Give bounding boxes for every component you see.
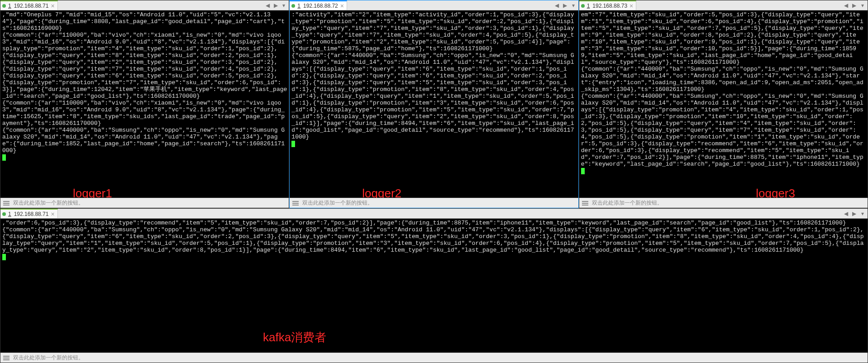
footer-bar[interactable]: 双击此处添加一个新的按钮。: [0, 353, 868, 363]
close-icon[interactable]: ×: [630, 3, 633, 9]
terminal-output[interactable]: :"activity","item":"2","item_type":"acti…: [290, 10, 578, 198]
footer-bar[interactable]: 双击此处添加一个新的按钮。: [290, 198, 578, 208]
next-tab-icon[interactable]: ▶: [850, 210, 858, 217]
hamburger-icon[interactable]: [292, 201, 299, 205]
prev-tab-icon[interactable]: ◀: [553, 2, 561, 9]
tabbar: 1 192.168.88.71 × ◀ ▶ ▾: [0, 0, 289, 10]
status-dot-icon: [581, 4, 585, 8]
pane-label: kafka消费者: [263, 334, 326, 341]
pane-logger2: 1 192.168.88.72 × ◀ ▶ ▾ :"activity","ite…: [289, 0, 578, 208]
hamburger-icon[interactable]: [3, 201, 10, 205]
close-icon[interactable]: ×: [51, 3, 54, 9]
tab-title: 192.168.88.73: [592, 3, 627, 9]
footer-bar[interactable]: 双击此处添加一个新的按钮。: [579, 198, 868, 208]
tabbar: 1 192.168.88.72 × ◀ ▶ ▾: [290, 0, 578, 10]
next-tab-icon[interactable]: ▶: [850, 2, 858, 9]
terminal-output[interactable]: ,"order":6,"pos_id":3},{"display_type":"…: [0, 219, 868, 353]
tabbar: 1 192.168.88.73 × ◀ ▶ ▾: [579, 0, 868, 10]
pane-label: logger1: [73, 190, 112, 197]
tab-menu-icon[interactable]: ▾: [280, 2, 288, 9]
cursor-icon: [581, 168, 585, 174]
status-dot-icon: [2, 212, 6, 216]
cursor-icon: [291, 141, 295, 147]
tab-title: 192.168.88.71: [14, 3, 49, 9]
pane-label: logger2: [362, 190, 401, 197]
terminal-output[interactable]: ,"md":"Oneplus 7","mid":"mid_15","os":"A…: [0, 10, 289, 198]
close-icon[interactable]: ×: [340, 3, 344, 9]
pane-logger3: 1 192.168.88.73 × ◀ ▶ ▾ em":"7","item_ty…: [579, 0, 868, 208]
footer-bar[interactable]: 双击此处添加一个新的按钮。: [0, 198, 289, 208]
terminal-output[interactable]: em":"7","item_type":"sku_id","order":5,"…: [579, 10, 868, 198]
tab-menu-icon[interactable]: ▾: [858, 2, 867, 9]
cursor-icon: [2, 154, 6, 161]
tab-menu-icon[interactable]: ▾: [569, 2, 577, 9]
tabbar: 1 192.168.88.71 × ◀ ▶ ▾: [0, 209, 868, 219]
cursor-icon: [2, 254, 6, 260]
footer-hint: 双击此处添加一个新的按钮。: [13, 354, 84, 362]
terminal-text: ,"md":"Oneplus 7","mid":"mid_15","os":"A…: [2, 11, 287, 154]
tab-host[interactable]: 1 192.168.88.71 ×: [0, 209, 58, 218]
prev-tab-icon[interactable]: ◀: [842, 2, 850, 9]
next-tab-icon[interactable]: ▶: [272, 2, 280, 9]
tab-index: 1: [297, 3, 300, 9]
tab-title: 192.168.88.71: [14, 211, 49, 217]
next-tab-icon[interactable]: ▶: [561, 2, 569, 9]
tab-host[interactable]: 1 192.168.88.71 ×: [0, 0, 58, 10]
terminal-text: :"activity","item":"2","item_type":"acti…: [291, 11, 574, 140]
status-dot-icon: [2, 4, 6, 8]
pane-logger1: 1 192.168.88.71 × ◀ ▶ ▾ ,"md":"Oneplus 7…: [0, 0, 289, 208]
hamburger-icon[interactable]: [582, 201, 588, 205]
status-dot-icon: [291, 4, 295, 8]
pane-kafka-consumer: 1 192.168.88.71 × ◀ ▶ ▾ ,"order":6,"pos_…: [0, 208, 868, 363]
tab-nav: ◀ ▶ ▾: [842, 209, 868, 218]
tab-index: 1: [8, 3, 11, 9]
close-icon[interactable]: ×: [51, 211, 54, 217]
pane-grid: 1 192.168.88.71 × ◀ ▶ ▾ ,"md":"Oneplus 7…: [0, 0, 868, 363]
pane-label: logger3: [756, 190, 795, 197]
tab-host[interactable]: 1 192.168.88.73 ×: [579, 0, 637, 10]
terminal-text: em":"7","item_type":"sku_id","order":5,"…: [581, 11, 863, 167]
prev-tab-icon[interactable]: ◀: [842, 210, 850, 217]
tab-index: 1: [8, 211, 11, 217]
terminal-text: ,"order":6,"pos_id":3},{"display_type":"…: [2, 220, 864, 253]
hamburger-icon[interactable]: [3, 356, 10, 360]
tab-host[interactable]: 1 192.168.88.72 ×: [290, 0, 347, 10]
footer-hint: 双击此处添加一个新的按钮。: [13, 199, 84, 207]
footer-hint: 双击此处添加一个新的按钮。: [302, 199, 373, 207]
footer-hint: 双击此处添加一个新的按钮。: [592, 199, 663, 207]
tab-title: 192.168.88.72: [303, 3, 338, 9]
tab-nav: ◀ ▶ ▾: [842, 0, 868, 10]
tab-nav: ◀ ▶ ▾: [263, 0, 289, 10]
tab-index: 1: [587, 3, 590, 9]
prev-tab-icon[interactable]: ◀: [263, 2, 272, 9]
tab-menu-icon[interactable]: ▾: [858, 210, 867, 217]
tab-nav: ◀ ▶ ▾: [553, 0, 578, 10]
